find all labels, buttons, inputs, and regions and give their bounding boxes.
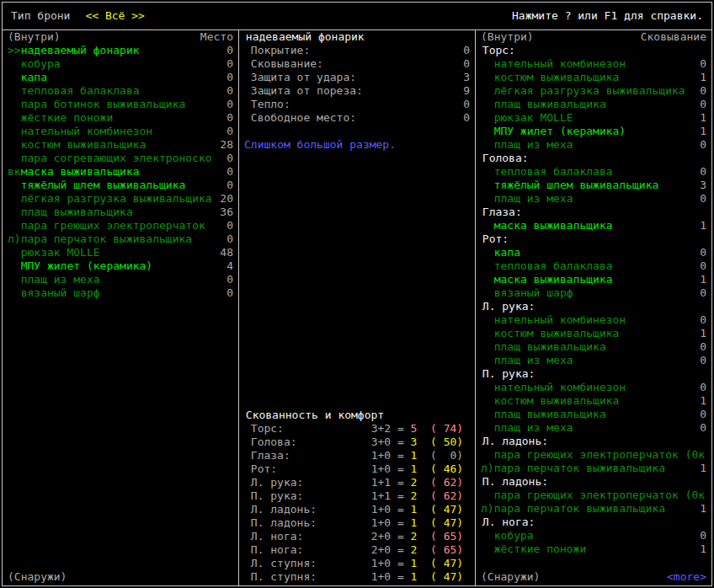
bodypart-section-header: П. рука: bbox=[476, 367, 711, 381]
layer-item[interactable]: плащ выживальщика0 bbox=[476, 408, 711, 421]
bodypart-section-header: П. ладонь: bbox=[476, 475, 711, 489]
encumbrance-formula: 1+0 bbox=[358, 449, 391, 462]
armor-list-item[interactable]: пара греющих электроперчаток0 bbox=[3, 219, 238, 233]
layer-item[interactable]: тепловая балаклава0 bbox=[476, 165, 711, 179]
armor-list-item[interactable]: тепловая балаклава0 bbox=[3, 84, 238, 98]
layer-item[interactable]: нательный комбинезон0 bbox=[476, 313, 711, 327]
encumbrance-total: 2 bbox=[411, 543, 418, 557]
layer-item[interactable]: маска выживальщика1 bbox=[476, 219, 711, 233]
layer-item[interactable]: плащ из меха0 bbox=[476, 421, 711, 435]
layer-item[interactable]: пара греющих электроперчаток (0к bbox=[476, 448, 711, 462]
layer-item[interactable]: лёгкая разгрузка выживальщика0 bbox=[476, 84, 711, 98]
warmth-value: ( 74) bbox=[417, 422, 463, 436]
armor-filter-selector[interactable]: << Всё >> bbox=[85, 9, 144, 23]
item-stats-list: Покрытие:0Сковывание:0Защита от удара:3З… bbox=[239, 44, 475, 125]
item-name: плащ из меха bbox=[494, 421, 573, 435]
layer-item[interactable]: нательный комбинезон0 bbox=[476, 57, 711, 71]
layer-item[interactable]: костюм выживальщика1 bbox=[476, 327, 711, 340]
item-wrap-prefix bbox=[481, 219, 494, 233]
layer-item[interactable]: МПУ жилет (керамика)1 bbox=[476, 125, 711, 138]
encumbrance-total: 1 bbox=[411, 503, 418, 516]
warmth-value: ( 65) bbox=[417, 530, 463, 543]
layer-item[interactable]: кобура0 bbox=[476, 529, 711, 543]
item-name: плащ выживальщика bbox=[494, 340, 606, 354]
armor-list-item[interactable]: пара согревающих электроноско0 bbox=[3, 152, 238, 165]
item-wrap-prefix: вк bbox=[8, 165, 21, 179]
more-link[interactable]: <more> bbox=[667, 570, 706, 584]
armor-list-item[interactable]: МПУ жилет (керамика)4 bbox=[3, 259, 238, 273]
armor-list-item[interactable]: капа0 bbox=[3, 71, 238, 84]
armor-list-item[interactable]: кобура0 bbox=[3, 57, 238, 71]
item-value: 1 bbox=[700, 219, 706, 233]
armor-list-item[interactable]: вязаный шарф0 bbox=[3, 286, 238, 300]
item-value: 0 bbox=[226, 71, 233, 84]
item-name: плащ из меха bbox=[494, 138, 573, 152]
layer-item[interactable]: маска выживальщика1 bbox=[476, 273, 711, 286]
item-wrap-prefix bbox=[481, 327, 494, 340]
item-title: надеваемый фонарик bbox=[239, 30, 475, 44]
layer-item[interactable]: тяжёлый шлем выживальщика3 bbox=[476, 179, 711, 192]
layer-item[interactable]: плащ из меха0 bbox=[476, 354, 711, 367]
armor-list-item[interactable]: рюкзак MOLLE48 bbox=[3, 246, 238, 259]
layer-item[interactable]: л)пара перчаток выживальщика1 bbox=[476, 462, 711, 475]
armor-list-item[interactable]: нательный комбинезон0 bbox=[3, 125, 238, 138]
item-name: костюм выживальщика bbox=[494, 327, 620, 340]
left-panel-header: (Внутри) Место bbox=[3, 30, 238, 44]
item-name: лёгкая разгрузка выживальщика bbox=[21, 192, 212, 206]
layer-item[interactable]: тепловая балаклава0 bbox=[476, 259, 711, 273]
worn-items-panel: (Внутри) Место >>надеваемый фонарик0 коб… bbox=[3, 30, 239, 585]
encumbrance-formula: 1+1 bbox=[358, 476, 391, 489]
armor-list-item[interactable]: >>надеваемый фонарик0 bbox=[3, 44, 238, 57]
item-name: пара греющих электроперчаток bbox=[21, 219, 205, 233]
item-wrap-prefix bbox=[481, 421, 494, 435]
armor-list-item[interactable]: костюм выживальщика28 bbox=[3, 138, 238, 152]
layer-item[interactable]: л)пара перчаток выживальщика1 bbox=[476, 502, 711, 516]
item-wrap-prefix bbox=[481, 489, 494, 502]
armor-list-item[interactable]: жёсткие поножи0 bbox=[3, 111, 238, 125]
armor-layering-window: Тип брони << Всё >> Нажмите ? или F1 для… bbox=[0, 0, 714, 588]
item-name: плащ из меха bbox=[494, 192, 573, 206]
item-wrap-prefix bbox=[481, 273, 494, 286]
left-panel-footer: (Снаружи) bbox=[3, 570, 238, 584]
item-name: плащ из меха bbox=[21, 273, 100, 286]
item-wrap-prefix bbox=[481, 381, 494, 394]
item-value: 0 bbox=[226, 219, 233, 233]
encumbrance-total: 3 bbox=[411, 436, 418, 449]
item-wrap-prefix bbox=[8, 111, 21, 125]
encumbrance-row: П. ладонь:1+0 = 1( 47) bbox=[239, 516, 475, 530]
layer-item[interactable]: рюкзак MOLLE1 bbox=[476, 111, 711, 125]
layer-item[interactable]: плащ выживальщика0 bbox=[476, 98, 711, 111]
armor-list-item[interactable]: л)пара перчаток выживальщика0 bbox=[3, 233, 238, 246]
item-stat-row: Покрытие:0 bbox=[239, 44, 475, 57]
bodypart-section-header: Л. рука: bbox=[476, 300, 711, 313]
layer-item[interactable]: капа0 bbox=[476, 246, 711, 259]
item-wrap-prefix bbox=[481, 246, 494, 259]
item-name: плащ выживальщика bbox=[21, 206, 133, 219]
layer-item[interactable]: нательный комбинезон0 bbox=[476, 381, 711, 394]
layer-item[interactable]: костюм выживальщика1 bbox=[476, 394, 711, 408]
layer-item[interactable]: пара греющих электроперчаток (0к bbox=[476, 489, 711, 502]
armor-list-item[interactable]: лёгкая разгрузка выживальщика20 bbox=[3, 192, 238, 206]
layer-item[interactable]: плащ из меха0 bbox=[476, 192, 711, 206]
armor-list-item[interactable]: плащ выживальщика36 bbox=[3, 206, 238, 219]
stat-label: Сковывание: bbox=[244, 57, 323, 71]
layer-item[interactable]: жёсткие поножи1 bbox=[476, 543, 711, 556]
armor-list-item[interactable]: вкмаска выживальщика0 bbox=[3, 165, 238, 179]
item-name: костюм выживальщика bbox=[21, 138, 147, 152]
armor-list-item[interactable]: пара ботинок выживальщика0 bbox=[3, 98, 238, 111]
layer-item[interactable]: костюм выживальщика1 bbox=[476, 71, 711, 84]
item-name: нательный комбинезон bbox=[21, 125, 153, 138]
encumbrance-total: 5 bbox=[411, 422, 418, 436]
layer-item[interactable]: плащ выживальщика0 bbox=[476, 340, 711, 354]
layer-item[interactable]: вязаный шарф0 bbox=[476, 286, 711, 300]
top-bar: Тип брони << Всё >> Нажмите ? или F1 для… bbox=[3, 3, 711, 30]
item-value: 0 bbox=[700, 421, 706, 435]
armor-list-item[interactable]: тяжёлый шлем выживальщика0 bbox=[3, 179, 238, 192]
bodypart-label: Голова: bbox=[244, 436, 297, 449]
layer-item[interactable]: плащ из меха0 bbox=[476, 138, 711, 152]
armor-list-item[interactable]: плащ из меха0 bbox=[3, 273, 238, 286]
bodypart-section-header: Рот: bbox=[476, 233, 711, 246]
item-value: 0 bbox=[700, 313, 706, 327]
item-wrap-prefix bbox=[481, 111, 494, 125]
equals-sign: = bbox=[391, 570, 410, 584]
